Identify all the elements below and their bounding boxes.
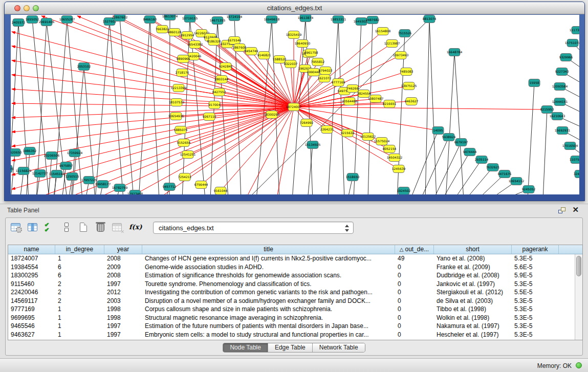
graph-node[interactable]: 917004 [209,101,221,109]
graph-node[interactable]: 1655052 [26,16,39,24]
graph-node[interactable]: 9215632 [341,129,355,137]
graph-node[interactable]: 15751074 [565,39,579,47]
graph-node[interactable]: 12923468 [127,190,143,195]
graph-node[interactable]: 12142737 [32,170,48,178]
graph-node[interactable]: 5938924 [442,134,456,141]
graph-node[interactable]: 12444151 [552,98,568,106]
graph-node[interactable]: 18640910 [295,40,311,48]
graph-node[interactable]: 6961758 [304,49,318,57]
graph-node[interactable]: 7663822 [156,26,169,33]
graph-node[interactable]: 8912954 [181,32,194,39]
graph-node[interactable]: 8216651 [383,100,397,108]
float-panel-icon[interactable] [558,207,565,213]
graph-node[interactable]: 8466160 [143,16,157,24]
graph-node[interactable]: 10807487 [368,95,384,103]
graph-node[interactable]: 10654112 [509,178,525,185]
graph-node[interactable]: 15958 [529,79,540,87]
graph-node[interactable]: 9245052 [522,186,536,193]
tab-edge-table[interactable]: Edge Table [268,343,313,352]
graph-node[interactable]: 19958177 [95,181,111,188]
column-header-out_de[interactable]: △out_de... [395,245,434,254]
graph-node[interactable]: 9777169 [332,79,345,86]
graph-node[interactable]: 10655287 [59,16,75,24]
table-row[interactable]: 911546021997Tourette syndrome. Phenomeno… [8,280,575,289]
column-header-title[interactable]: title [142,245,395,254]
graph-node[interactable]: 8454749 [245,48,258,55]
graph-node[interactable]: 15853311 [331,16,346,24]
graph-node[interactable]: 18325419 [286,31,302,39]
table-options-icon[interactable] [10,221,23,234]
network-canvas[interactable]: 1872400718300295766382298601288912954165… [11,15,579,194]
graph-node[interactable]: 9890966 [177,55,190,63]
graph-node[interactable]: 7632621 [486,164,500,171]
table-selector[interactable]: citations_edges.txt [153,222,354,234]
graph-node[interactable]: 1885075 [174,126,188,134]
select-all-icon[interactable]: ✔ ✔ [43,221,57,234]
graph-node[interactable]: 1245639 [392,165,406,173]
graph-node[interactable]: 16782759 [112,184,128,192]
table-row[interactable]: 946554611997Estimation of the future num… [8,322,575,331]
graph-node[interactable]: 17359924 [67,149,83,157]
tab-node-table[interactable]: Node Table [223,343,268,352]
graph-node[interactable]: 14504322 [387,154,403,162]
column-header-in_degree[interactable]: in_degree [55,245,104,254]
close-panel-icon[interactable]: ✕ [572,205,579,214]
graph-node[interactable]: 1675546 [228,37,242,45]
function-builder-icon[interactable]: f(x) [128,221,143,234]
graph-node[interactable]: 8813074 [423,15,437,23]
graph-node[interactable]: 1250515 [66,173,79,181]
table-row[interactable]: 1456911722003Disruption of a novel membe… [8,297,575,305]
graph-node[interactable]: 18724007 [286,103,302,111]
graph-node[interactable]: 2520650 [11,149,22,157]
scrollbar-thumb[interactable] [576,256,581,276]
graph-node[interactable]: 9242845 [219,63,233,71]
graph-node[interactable]: 15724194 [227,15,243,21]
graph-node[interactable]: 11545194 [49,170,65,178]
graph-node[interactable]: 3245012 [574,170,579,178]
graph-node[interactable]: 7485083 [400,68,413,76]
graph-node[interactable]: 14095 [432,127,444,135]
show-columns-icon[interactable] [27,221,40,234]
graph-node[interactable]: 2264231 [320,126,334,134]
graph-node[interactable]: 2405572 [12,19,26,27]
graph-node[interactable]: 10719155 [182,15,198,23]
graph-node[interactable]: 1621072 [318,75,332,82]
column-header-name[interactable]: name [8,245,55,254]
graph-node[interactable]: 16648784 [447,49,463,56]
graph-node[interactable]: 20206506 [44,152,60,160]
table-row[interactable]: 1872400712008Changes of HCN gene express… [8,254,575,263]
graph-node[interactable]: 16543382 [187,41,203,49]
graph-node[interactable]: 15134505 [305,141,321,149]
graph-node[interactable]: 11156829 [16,167,32,175]
table-row[interactable]: 2242004622012Investigating the contribut… [8,288,575,297]
graph-node[interactable]: 6794023 [319,67,333,75]
graph-node[interactable]: 7264992 [300,119,314,127]
table-row[interactable]: 1830029562008Estimation of significance … [8,271,575,280]
graph-node[interactable]: 1518650 [346,173,360,181]
graph-node[interactable]: 9227343 [555,68,569,76]
graph-node[interactable]: 16154808 [375,28,391,35]
graph-node[interactable]: 22867602 [112,15,128,21]
table-row[interactable]: 946362711997Embryonic stem cells: a mode… [8,331,575,339]
graph-node[interactable]: 9860128 [168,29,182,36]
graph-node[interactable]: 9457712 [163,183,177,191]
graph-node[interactable]: 18300295 [264,111,280,119]
graph-node[interactable]: 12213399 [171,84,187,92]
graph-node[interactable]: 9463627 [405,98,419,105]
graph-node[interactable]: 2718176 [176,69,189,77]
graph-node[interactable]: 1107533 [570,156,579,164]
graph-node[interactable]: 16210643 [550,113,565,120]
table-row[interactable]: 1938455462009Genome-wide association stu… [8,263,575,272]
graph-node[interactable]: 17016504 [562,142,578,150]
graph-node[interactable]: 15692931 [555,127,571,135]
graph-node[interactable]: 9161044 [214,187,228,195]
deselect-all-icon[interactable] [60,221,74,234]
graph-node[interactable]: 13975125 [401,82,417,90]
graph-node[interactable]: 1986352 [23,147,37,155]
graph-node[interactable]: 9474444 [463,148,477,156]
graph-node[interactable]: 20564486 [342,98,358,105]
vertical-scrollbar[interactable] [575,254,582,340]
graph-node[interactable]: 18613074 [162,15,178,20]
graph-node[interactable]: 8427552 [212,89,226,96]
graph-node[interactable]: 2053102 [77,63,91,71]
